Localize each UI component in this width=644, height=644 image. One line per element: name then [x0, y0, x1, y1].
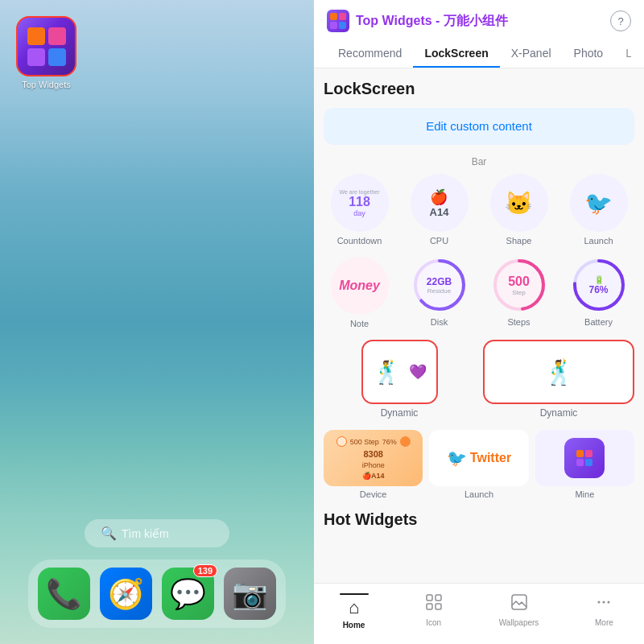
device-content: 500 Step 76% 8308 iPhone 🍎A14 — [336, 436, 411, 480]
icon-sq-2 — [339, 13, 346, 20]
dynamic-card-inner-left: 🕺 💜 — [373, 351, 427, 393]
launch-preview-label: Launch — [464, 489, 493, 499]
dynamic-label-left: Dynamic — [381, 407, 419, 419]
nav-icon[interactable]: Icon — [410, 590, 458, 633]
m-sq3 — [576, 459, 584, 466]
safari-icon: 🧭 — [108, 577, 144, 611]
messages-icon: 💬 — [170, 577, 206, 611]
lockscreen-title: LockScreen — [324, 80, 634, 98]
countdown-circle: We are together 118 day — [331, 174, 389, 232]
preview-row: 500 Step 76% 8308 iPhone 🍎A14 Device 🐦 T… — [324, 430, 634, 499]
svg-point-12 — [603, 601, 605, 604]
disk-unit: Residue — [427, 287, 451, 295]
icon-sq-orange — [27, 27, 45, 45]
tab-photo[interactable]: Photo — [563, 40, 615, 68]
bar-label: Bar — [324, 156, 634, 167]
home-label: Home — [343, 621, 365, 630]
countdown-widget[interactable]: We are together 118 day Countdown — [324, 174, 395, 246]
figure-icon-right: 🕺 — [544, 358, 574, 386]
dock-camera-app[interactable]: 📷 — [224, 568, 276, 620]
steps-num: 500 — [508, 275, 530, 289]
dock-messages-app[interactable]: 💬 139 — [162, 568, 214, 620]
tab-lockscreen[interactable]: LockScreen — [413, 40, 499, 68]
search-icon: 🔍 — [101, 526, 117, 541]
cpu-label: CPU — [430, 236, 448, 246]
edit-content-button[interactable]: Edit custom content — [324, 108, 634, 145]
cat-preview — [400, 436, 411, 447]
app-title-text: Top Widgets - 万能小组件 — [356, 13, 508, 30]
device-label: Device — [360, 489, 387, 499]
icon-icon — [425, 593, 443, 616]
countdown-top-text: We are together — [339, 189, 379, 195]
nav-wallpapers[interactable]: Wallpapers — [489, 590, 549, 633]
m-sq2 — [585, 450, 592, 457]
app-icon[interactable] — [16, 16, 76, 76]
tab-xpanel[interactable]: X-Panel — [500, 40, 563, 68]
tab-recommend[interactable]: Recommend — [327, 40, 413, 68]
search-text: Tìm kiếm — [122, 527, 169, 540]
app-title: Top Widgets - 万能小组件 — [327, 10, 508, 32]
cpu-text: A14 — [430, 206, 449, 218]
mine-label: Mine — [575, 489, 594, 499]
battery-widget[interactable]: 🔋 76% Battery — [563, 257, 634, 328]
steps-widget[interactable]: 500 Step Steps — [483, 257, 555, 328]
mine-card[interactable] — [535, 430, 634, 486]
dynamic-card-right[interactable]: 🕺 — [483, 340, 634, 404]
svg-rect-6 — [427, 595, 432, 601]
device-label-inner: iPhone — [362, 461, 385, 469]
messages-badge: 139 — [193, 564, 217, 577]
battery-circle: 🔋 76% — [571, 257, 627, 313]
disk-label: Disk — [431, 317, 448, 327]
hot-widgets-title: Hot Widgets — [324, 510, 634, 529]
shape-widget[interactable]: 🐱 Shape — [483, 174, 555, 246]
help-button[interactable]: ? — [610, 10, 631, 31]
dock-safari-app[interactable]: 🧭 — [100, 568, 152, 620]
top-widgets-app[interactable]: Top Widgets — [16, 16, 76, 89]
home-icon: ⌂ — [349, 597, 359, 618]
bottom-nav: ⌂ Home Icon Wallpapers — [314, 583, 644, 644]
nav-more[interactable]: More — [580, 590, 628, 633]
content-area: LockScreen Edit custom content Bar We ar… — [314, 68, 644, 583]
icon-sq-3 — [330, 22, 337, 29]
device-card[interactable]: 500 Step 76% 8308 iPhone 🍎A14 — [324, 430, 423, 486]
disk-text: 22GB Residue — [427, 276, 452, 295]
dynamic-right: 🕺 Dynamic — [483, 340, 634, 419]
dynamic-label-right: Dynamic — [540, 407, 578, 419]
title-row: Top Widgets - 万能小组件 ? — [327, 10, 631, 32]
dynamic-card-left[interactable]: 🕺 💜 — [361, 340, 438, 404]
title-icon — [327, 10, 349, 32]
countdown-number: 118 — [349, 195, 370, 209]
battery-pct: 76% — [588, 284, 608, 295]
m-sq1 — [576, 450, 584, 457]
tab-more[interactable]: Li... — [614, 40, 631, 68]
dock-phone-app[interactable]: 📞 — [38, 568, 90, 620]
svg-rect-9 — [436, 604, 441, 609]
cpu-content: 🍎 A14 — [430, 188, 449, 218]
launch-circle: 🐦 — [570, 174, 628, 232]
battery-preview: 76% — [382, 438, 397, 446]
svg-rect-8 — [427, 604, 432, 609]
device-row1: 500 Step 76% — [336, 436, 411, 447]
wallpapers-label: Wallpapers — [499, 618, 539, 627]
cpu-widget[interactable]: 🍎 A14 CPU — [403, 174, 475, 246]
wallpapers-icon — [510, 593, 528, 616]
app-panel: Top Widgets - 万能小组件 ? Recommend LockScre… — [314, 0, 644, 644]
svg-rect-10 — [512, 595, 526, 609]
launch-widget[interactable]: 🐦 Launch — [563, 174, 634, 246]
m-sq4 — [585, 459, 592, 466]
twitter-card[interactable]: 🐦 Twitter — [429, 430, 528, 486]
nav-tabs: Recommend LockScreen X-Panel Photo Li... — [327, 40, 631, 68]
note-widget[interactable]: Money Note — [324, 257, 395, 328]
battery-icon: 🔋 — [594, 275, 604, 284]
search-bar[interactable]: 🔍 Tìm kiếm — [85, 519, 229, 547]
disk-widget[interactable]: 22GB Residue Disk — [403, 257, 475, 328]
edit-button-label: Edit custom content — [426, 119, 532, 133]
question-mark: ? — [617, 15, 623, 27]
twitter-text: Twitter — [470, 451, 511, 465]
nav-home[interactable]: ⌂ Home — [330, 590, 378, 633]
launch-label: Launch — [584, 236, 613, 246]
widgets-row1: We are together 118 day Countdown 🍎 A14 … — [324, 174, 634, 246]
device-preview: 500 Step 76% 8308 iPhone 🍎A14 Device — [324, 430, 423, 499]
camera-icon: 📷 — [232, 577, 268, 611]
disk-num: 22GB — [427, 276, 452, 287]
